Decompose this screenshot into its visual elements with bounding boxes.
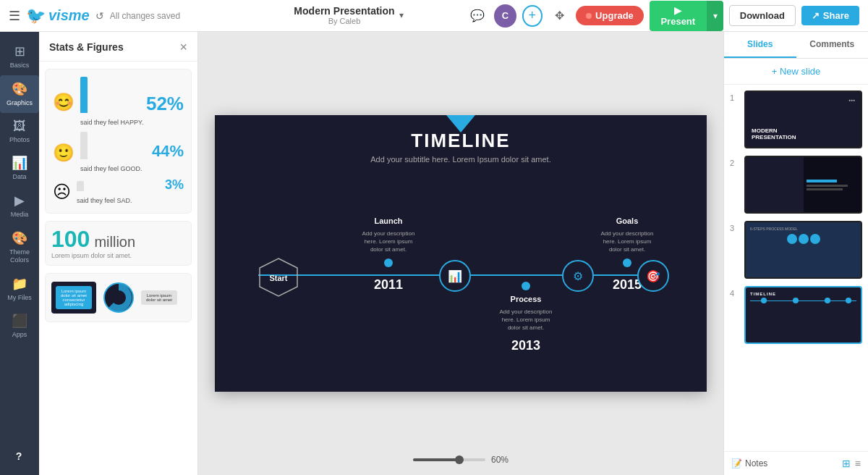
share-button[interactable]: ↗ Share: [801, 6, 859, 25]
svg-point-1: [111, 290, 126, 305]
list-view-button[interactable]: ≡: [855, 458, 861, 469]
tab-comments[interactable]: Comments: [796, 32, 869, 58]
target-node[interactable]: 🎯: [637, 260, 669, 292]
present-label: ▶ Present: [658, 5, 698, 27]
slide-number-3: 3: [730, 224, 739, 232]
present-dropdown-button[interactable]: ▾: [707, 1, 723, 31]
menu-icon[interactable]: ☰: [9, 8, 20, 24]
undo-button[interactable]: ↺: [95, 10, 104, 22]
pie-chart: [101, 279, 137, 316]
launch-node[interactable]: Launch Add your description here. Lorem …: [359, 217, 417, 293]
avatar[interactable]: C: [494, 4, 516, 28]
sidebar-item-photos[interactable]: 🖼 Photos: [0, 113, 39, 150]
comment-button[interactable]: 💬: [467, 4, 488, 28]
slide-number-2: 2: [730, 159, 739, 167]
panel-content: 😊 52% said they feel HAPPY. 🙂: [39, 62, 197, 475]
launch-desc: Add your description here. Lorem ipsum d…: [359, 230, 417, 254]
title-chevron-icon[interactable]: ▾: [399, 10, 404, 20]
process-node[interactable]: Process Add your description here. Lorem…: [497, 282, 555, 353]
slide-thumb-img-3: 6-STEPS PROCESS MODEL: [744, 221, 862, 279]
move-icon[interactable]: ✥: [548, 4, 570, 28]
sidebar-item-my-files[interactable]: 📁 My Files: [0, 270, 39, 308]
happy-label: said they feel HAPPY.: [80, 119, 143, 126]
sidebar-icons: ⊞ Basics 🎨 Graphics 🖼 Photos 📊 Data ▶ Me…: [0, 32, 39, 475]
launch-year: 2011: [374, 277, 403, 293]
slide-thumbnail-1[interactable]: 1 ●●● MODERNPRESENTATION: [730, 91, 862, 148]
slide-thumbnail-4[interactable]: 4 TIMELINE: [730, 286, 862, 344]
slide-number-1: 1: [730, 93, 739, 102]
topbar-right: 💬 C + ✥ Upgrade ▶ Present ▾ Download ↗ S…: [467, 1, 859, 31]
tab-slides[interactable]: Slides: [724, 32, 796, 58]
apps-icon: ⬛: [12, 313, 27, 329]
feel-good-row: 🙂 44% said they feel GOOD.: [53, 132, 184, 174]
title-block[interactable]: Modern Presentation By Caleb: [294, 5, 394, 27]
media-icon: ▶: [14, 193, 25, 209]
gear-node[interactable]: ⚙: [562, 260, 594, 292]
sidebar-item-graphics[interactable]: 🎨 Graphics: [0, 75, 39, 113]
slide-canvas[interactable]: TIMELINE Add your subtitle here. Lorem I…: [215, 115, 707, 392]
slide-thumb-img-2: [744, 156, 862, 214]
basics-icon: ⊞: [14, 43, 25, 59]
grid-view-button[interactable]: ⊞: [842, 458, 851, 469]
canvas-bottom: 60%: [413, 455, 509, 465]
slide-thumb-img-1: ●●● MODERNPRESENTATION: [744, 91, 862, 148]
good-icon: 🙂: [53, 143, 75, 163]
million-number: 100: [51, 227, 90, 251]
view-icons: ⊞ ≡: [842, 458, 861, 469]
share-label: Share: [823, 10, 849, 21]
launch-dot: [384, 258, 393, 267]
speech-bubble-left: Lorem ipsumdolor sit ametconsecteturadip…: [56, 286, 92, 309]
center-icon-node[interactable]: 📊: [439, 260, 471, 292]
start-hexagon: Start: [258, 257, 299, 298]
notes-icon: 📝: [731, 458, 742, 468]
present-button[interactable]: ▶ Present: [650, 1, 707, 31]
feel-sad-row: ☹ 3% said they feel SAD.: [53, 178, 184, 206]
slide-subtitle: Add your subtitle here. Lorem Ipsum dolo…: [215, 155, 707, 164]
sidebar-item-basics[interactable]: ⊞ Basics: [0, 38, 39, 75]
process-desc: Add your description here. Lorem ipsum d…: [497, 308, 555, 332]
process-label: Process: [511, 295, 542, 303]
center-icon: 📊: [439, 260, 471, 292]
sad-label: said they feel SAD.: [77, 197, 132, 204]
infographic-million[interactable]: 100 million Lorem ipsum dolor sit amet.: [45, 221, 192, 266]
topbar: ☰ 🐦 visme ↺ All changes saved Modern Pre…: [0, 0, 868, 32]
sidebar-item-apps[interactable]: ⬛ Apps: [0, 307, 39, 345]
data-icon: 📊: [12, 155, 27, 171]
zoom-thumb[interactable]: [455, 455, 464, 464]
sidebar-item-media[interactable]: ▶ Media: [0, 187, 39, 224]
upgrade-dot: [586, 13, 592, 19]
feel-section: 😊 52% said they feel HAPPY. 🙂: [53, 77, 184, 206]
help-button[interactable]: ?: [9, 446, 29, 466]
saved-status: All changes saved: [110, 11, 180, 21]
logo: 🐦 visme: [26, 7, 90, 25]
speech-bubble-right: Lorem ipsumdolor sit amet: [141, 290, 177, 305]
top-accent: [446, 115, 475, 133]
notes-label: Notes: [745, 458, 767, 468]
upgrade-button[interactable]: Upgrade: [576, 6, 644, 25]
slides-bottom: 📝 Notes ⊞ ≡: [724, 451, 868, 475]
slide-thumbnail-2[interactable]: 2: [730, 156, 862, 214]
topbar-left: ☰ 🐦 visme ↺ All changes saved: [9, 7, 231, 25]
theme-colors-label: Theme Colors: [3, 248, 36, 264]
panel-title: Stats & Figures: [49, 41, 124, 53]
slide-thumb-img-4: TIMELINE: [744, 286, 862, 344]
add-collaborator-button[interactable]: +: [522, 5, 542, 27]
sidebar-item-data[interactable]: 📊 Data: [0, 149, 39, 187]
slide-thumbnail-3[interactable]: 3 6-STEPS PROCESS MODEL: [730, 221, 862, 279]
download-button[interactable]: Download: [729, 5, 796, 26]
start-node[interactable]: Start: [258, 257, 299, 298]
basics-label: Basics: [10, 62, 30, 70]
sidebar-item-theme-colors[interactable]: 🎨 Theme Colors: [0, 224, 39, 270]
canvas-area[interactable]: TIMELINE Add your subtitle here. Lorem I…: [198, 32, 723, 475]
infographic-feel-stats[interactable]: 😊 52% said they feel HAPPY. 🙂: [45, 69, 192, 214]
media-label: Media: [11, 211, 29, 219]
panel-close-button[interactable]: ×: [179, 41, 187, 54]
svg-text:Start: Start: [269, 274, 287, 282]
upgrade-label: Upgrade: [595, 10, 634, 21]
panel-header: Stats & Figures ×: [39, 32, 197, 62]
zoom-slider[interactable]: [413, 458, 485, 461]
slide-number-4: 4: [730, 289, 739, 298]
new-slide-button[interactable]: + New slide: [724, 59, 868, 85]
infographic-pie[interactable]: Lorem ipsumdolor sit ametconsecteturadip…: [45, 273, 192, 322]
notes-button[interactable]: 📝 Notes: [731, 458, 767, 468]
